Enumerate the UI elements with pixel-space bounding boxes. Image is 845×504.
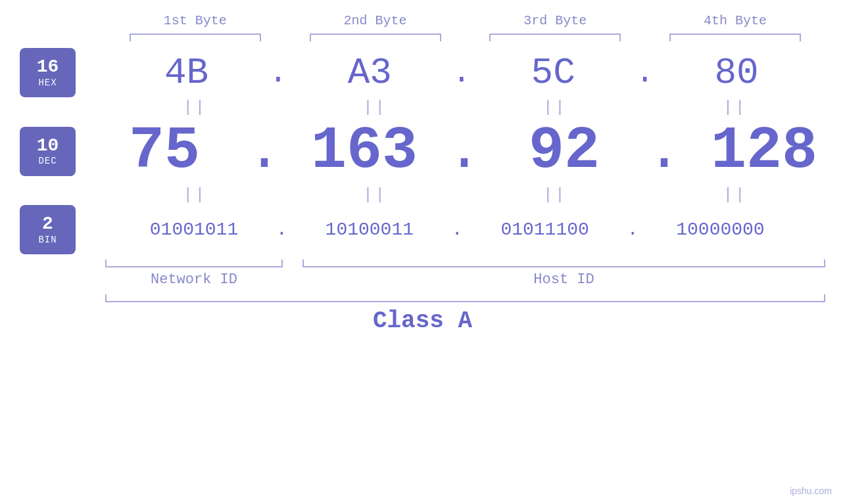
equals-row-2: || || || ||	[20, 186, 825, 204]
bin-value-2: 10100011	[281, 219, 458, 240]
dec-value-1: 75	[76, 118, 253, 185]
bottom-bracket-row	[20, 260, 825, 267]
top-bracket-3	[489, 34, 621, 41]
equals-row-1: || || || ||	[20, 99, 825, 116]
hex-row: 16 HEX 4B . A3 . 5C . 80	[20, 48, 825, 97]
top-bracket-row	[20, 34, 825, 41]
byte-header-1: 1st Byte	[107, 13, 284, 28]
hex-badge-number: 16	[37, 57, 59, 78]
bin-value-4: 10000000	[631, 219, 809, 240]
watermark: ipshu.com	[790, 486, 832, 496]
overall-bracket-row	[20, 294, 825, 302]
top-bracket-4	[669, 34, 801, 41]
class-label-row: Class A	[20, 308, 825, 334]
top-bracket-2	[310, 34, 441, 41]
byte-header-2: 2nd Byte	[287, 13, 464, 28]
byte-header-4: 4th Byte	[646, 13, 824, 28]
bin-badge: 2 BIN	[20, 205, 76, 254]
bottom-labels-row: Network ID Host ID	[20, 271, 825, 288]
dec-value-2: 163	[276, 118, 453, 185]
host-bracket	[302, 260, 825, 267]
hex-value-1: 4B	[98, 52, 276, 94]
bin-badge-label: BIN	[38, 235, 57, 245]
hex-value-2: A3	[281, 52, 458, 94]
hex-value-3: 5C	[464, 52, 642, 94]
dec-badge-label: DEC	[38, 156, 57, 166]
network-bracket	[105, 260, 283, 267]
dec-badge-number: 10	[37, 136, 59, 156]
hex-badge: 16 HEX	[20, 48, 76, 97]
dec-badge: 10 DEC	[20, 127, 76, 176]
dec-row: 10 DEC 75 . 163 . 92 . 128	[20, 118, 825, 185]
hex-badge-label: HEX	[38, 78, 57, 88]
hex-value-4: 80	[648, 52, 825, 94]
top-bracket-1	[130, 34, 261, 41]
bin-badge-number: 2	[42, 214, 53, 235]
dec-value-3: 92	[475, 118, 653, 185]
byte-header-3: 3rd Byte	[466, 13, 644, 28]
byte-headers-row: 1st Byte 2nd Byte 3rd Byte 4th Byte	[20, 13, 825, 28]
dec-value-4: 128	[675, 118, 845, 185]
main-container: 1st Byte 2nd Byte 3rd Byte 4th Byte 16 H…	[0, 0, 845, 504]
overall-bracket	[105, 294, 825, 302]
network-id-label: Network ID	[105, 271, 283, 288]
bin-value-3: 01011100	[456, 219, 634, 240]
bin-value-1: 01001011	[105, 219, 283, 240]
class-label: Class A	[373, 308, 472, 334]
host-id-label: Host ID	[302, 271, 825, 288]
bin-row: 2 BIN 01001011 . 10100011 . 01011100 . 1…	[20, 205, 825, 254]
